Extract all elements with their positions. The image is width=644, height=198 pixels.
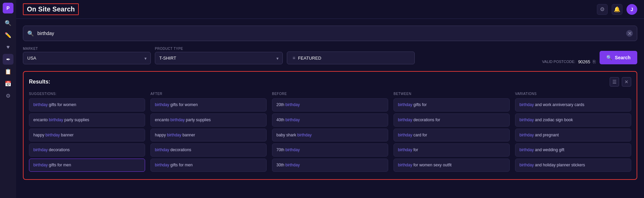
highlight-span: birthday: [33, 163, 48, 167]
highlight-span: birthday: [49, 118, 63, 122]
search-input[interactable]: [37, 26, 626, 41]
between-item[interactable]: birthday decorations for: [394, 113, 510, 127]
variation-item[interactable]: birthday and wedding gift: [515, 143, 631, 157]
highlight-span: birthday: [155, 163, 169, 167]
featured-button[interactable]: ≡ FEATURED: [287, 52, 415, 64]
suggestion-item-selected[interactable]: birthday gifts for men: [29, 159, 145, 172]
suggestion-item[interactable]: encanto birthday party supplies: [29, 113, 145, 127]
after-item[interactable]: birthday gifts for women: [150, 98, 267, 111]
between-item[interactable]: birthday for women sexy outfit: [394, 159, 510, 172]
highlight-span: birthday: [398, 147, 412, 152]
featured-filter-group: ≡ FEATURED: [287, 46, 538, 64]
after-item[interactable]: birthday decorations: [150, 143, 267, 157]
sidebar-item-search[interactable]: 🔍: [3, 18, 13, 28]
after-item[interactable]: birthday gifts for men: [150, 159, 267, 172]
settings-button[interactable]: ⚙: [597, 4, 608, 15]
highlight-span: birthday: [519, 118, 534, 122]
header-actions: ⚙ 🔔 J: [597, 4, 637, 15]
between-item[interactable]: birthday gifts for: [394, 98, 510, 111]
highlight-span: birthday: [519, 147, 534, 152]
results-list-view-button[interactable]: ☰: [610, 77, 619, 87]
between-item[interactable]: birthday for: [394, 143, 510, 157]
results-title: Results:: [29, 79, 50, 85]
results-container: Results: ☰ ✕ SUGGESTIONS: birthday gifts…: [23, 71, 637, 180]
page-title: On Site Search: [23, 3, 79, 15]
search-icon: 🔍: [27, 30, 34, 37]
variation-item[interactable]: birthday and work anniversary cards: [515, 98, 631, 111]
suggestion-item[interactable]: birthday decorations: [29, 143, 145, 157]
after-column: AFTER birthday gifts for women encanto b…: [150, 92, 267, 174]
between-column: BETWEEN birthday gifts for birthday deco…: [394, 92, 510, 174]
highlight-span: birthday: [398, 163, 412, 167]
featured-label-placeholder: [287, 46, 538, 50]
after-column-header: AFTER: [150, 92, 267, 96]
highlight-span: birthday: [398, 118, 412, 122]
highlight-span: birthday: [285, 118, 300, 122]
avatar[interactable]: J: [626, 4, 637, 15]
highlight-span: birthday: [33, 102, 48, 107]
suggestion-item[interactable]: birthday gifts for women: [29, 98, 145, 111]
sidebar: P 🔍 ✏️ ♥ ✒ 📋 📅 ⚙: [0, 0, 16, 198]
after-item[interactable]: happy birthday banner: [150, 129, 267, 142]
results-header: Results: ☰ ✕: [29, 77, 631, 87]
variation-item[interactable]: birthday and holiday planner stickers: [515, 159, 631, 172]
before-item[interactable]: 20th birthday: [272, 98, 388, 111]
search-button[interactable]: 🔍 Search: [600, 51, 637, 64]
highlight-span: birthday: [285, 102, 300, 107]
market-label: MARKET: [23, 47, 151, 51]
postcode-area: VALID POSTCODE: 90265 ⎘: [542, 59, 596, 64]
sidebar-item-pen[interactable]: ✒: [3, 54, 13, 65]
between-item[interactable]: birthday card for: [394, 129, 510, 142]
main-content: On Site Search ⚙ 🔔 J 🔍 ✕ MARKET USA UK D…: [16, 0, 644, 187]
highlight-span: birthday: [170, 118, 185, 122]
app-logo[interactable]: P: [3, 3, 13, 13]
highlight-span: birthday: [285, 163, 300, 167]
results-columns: SUGGESTIONS: birthday gifts for women en…: [29, 92, 631, 174]
highlight-span: birthday: [519, 102, 534, 107]
before-item[interactable]: 70th birthday: [272, 143, 388, 157]
market-select-wrapper: USA UK DE: [23, 52, 151, 64]
highlight-span: birthday: [519, 133, 534, 137]
search-bar-container: 🔍 ✕: [23, 26, 637, 41]
between-column-header: BETWEEN: [394, 92, 510, 96]
results-close-button[interactable]: ✕: [622, 77, 631, 87]
variations-column-header: VARIATIONS: [515, 92, 631, 96]
sidebar-item-clipboard[interactable]: 📋: [3, 66, 13, 77]
filter-icon: ≡: [293, 55, 295, 61]
highlight-span: birthday: [398, 102, 412, 107]
before-item[interactable]: 40th birthday: [272, 113, 388, 127]
sidebar-item-favorites[interactable]: ♥: [3, 42, 13, 53]
market-select[interactable]: USA UK DE: [23, 52, 151, 64]
content-area: 🔍 ✕ MARKET USA UK DE PRODUCT TYPE: [16, 19, 644, 187]
results-actions: ☰ ✕: [610, 77, 631, 87]
header: On Site Search ⚙ 🔔 J: [16, 0, 644, 19]
highlight-span: birthday: [519, 163, 534, 167]
highlight-span: birthday: [285, 147, 300, 152]
sidebar-item-settings[interactable]: ⚙: [3, 90, 13, 101]
product-type-select-wrapper: T-SHIRT HOODIE MUG: [155, 52, 283, 64]
variation-item[interactable]: birthday and zodiac sign book: [515, 113, 631, 127]
product-type-select[interactable]: T-SHIRT HOODIE MUG: [155, 52, 283, 64]
before-column: BEFORE 20th birthday 40th birthday baby …: [272, 92, 388, 174]
variation-item[interactable]: birthday and pregnant: [515, 129, 631, 142]
market-filter-group: MARKET USA UK DE: [23, 47, 151, 64]
suggestions-column: SUGGESTIONS: birthday gifts for women en…: [29, 92, 145, 174]
sidebar-item-calendar[interactable]: 📅: [3, 78, 13, 89]
before-item[interactable]: 30th birthday: [272, 159, 388, 172]
clear-search-button[interactable]: ✕: [626, 30, 633, 37]
highlight-span: birthday: [297, 133, 312, 137]
suggestion-item[interactable]: happy birthday banner: [29, 129, 145, 142]
before-item[interactable]: baby shark birthday: [272, 129, 388, 142]
product-type-filter-group: PRODUCT TYPE T-SHIRT HOODIE MUG: [155, 47, 283, 64]
after-item[interactable]: encanto birthday party supplies: [150, 113, 267, 127]
featured-button-label: FEATURED: [298, 56, 321, 61]
filter-row: MARKET USA UK DE PRODUCT TYPE T-SHIRT HO…: [23, 46, 637, 64]
sidebar-item-edit[interactable]: ✏️: [3, 30, 13, 40]
highlight-span: birthday: [398, 133, 412, 137]
search-button-label: Search: [615, 55, 631, 60]
notifications-button[interactable]: 🔔: [612, 4, 622, 15]
highlight-span: birthday: [155, 102, 169, 107]
highlight-span: birthday: [33, 147, 48, 152]
highlight-span: birthday: [45, 133, 60, 137]
copy-postcode-button[interactable]: ⎘: [593, 59, 596, 64]
